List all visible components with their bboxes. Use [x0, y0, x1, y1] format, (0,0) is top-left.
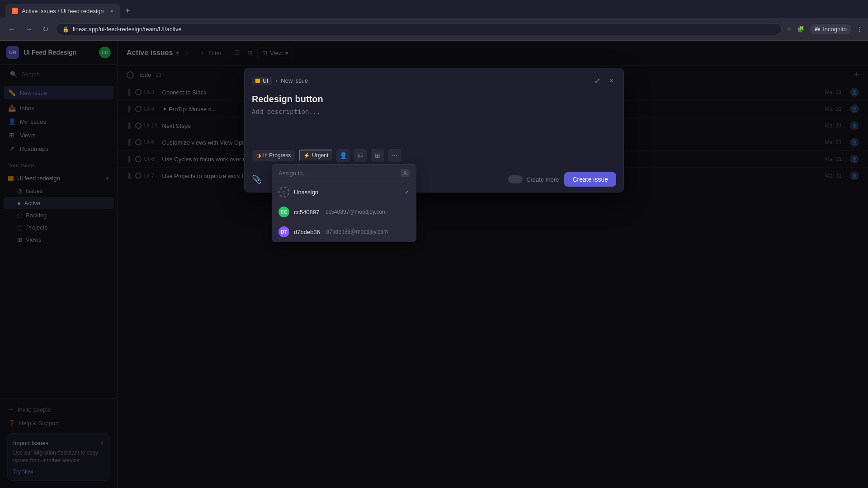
incognito-icon: 🕶 — [814, 26, 820, 33]
label-icon: 🏷 — [357, 152, 363, 159]
tab-close-btn[interactable]: × — [110, 8, 113, 14]
address-bar[interactable]: 🔒 linear.app/ui-feed-redesign/team/UI/ac… — [56, 23, 782, 35]
incognito-badge: 🕶 Incognito — [810, 24, 851, 34]
nav-bar: ← → ↻ 🔒 linear.app/ui-feed-redesign/team… — [0, 18, 868, 40]
create-issue-btn[interactable]: Create issue — [564, 172, 616, 187]
assign-option-cc540897[interactable]: CC cc540897 cc540897@moodjoy.com — [272, 202, 416, 222]
assign-shortcut-badge: A — [401, 169, 410, 177]
label-btn[interactable]: 🏷 — [354, 149, 367, 162]
browser-chrome: L Active issues / Ui feed redesign × + ←… — [0, 0, 868, 41]
modal-team-dot — [255, 79, 260, 83]
bookmark-icon[interactable]: ☆ — [786, 26, 792, 33]
modal-title-input[interactable] — [245, 90, 623, 106]
modal-new-issue-label: New issue — [281, 77, 308, 84]
priority-label: Urgent — [312, 152, 328, 159]
modal-desc-input[interactable] — [245, 106, 623, 142]
back-btn[interactable]: ← — [5, 23, 18, 35]
status-btn[interactable]: ◑ In Progress — [252, 150, 295, 161]
d7-name: d7bdeb36 — [294, 229, 320, 235]
cc-avatar: CC — [278, 206, 289, 217]
more-btn[interactable]: ··· — [388, 149, 401, 162]
assign-option-d7bdeb36[interactable]: D7 d7bdeb36 d7bdeb36@moodjoy.com — [272, 222, 416, 242]
d7-avatar: D7 — [278, 226, 289, 237]
status-icon: ◑ — [256, 152, 261, 159]
modal-toolbar: ◑ In Progress ⚡ Urgent 👤 🏷 ⊞ ··· A — [245, 144, 623, 167]
reload-btn[interactable]: ↻ — [40, 23, 51, 35]
create-more-toggle: Create more — [508, 175, 559, 183]
nav-actions: ☆ 🧩 🕶 Incognito ⋮ — [786, 24, 863, 34]
assign-dropdown: A ○ Unassign ✓ CC cc540897 cc540897@mood… — [272, 164, 416, 242]
unassign-label: Unassign — [294, 189, 318, 196]
modal-overlay: UI › New issue ⤢ × ◑ In Progress ⚡ Urgen… — [0, 41, 868, 488]
create-more-toggle-btn[interactable] — [508, 175, 523, 183]
new-tab-btn[interactable]: + — [122, 5, 134, 17]
modal-team-label: UI — [263, 78, 268, 84]
cc-email: cc540897@moodjoy.com — [326, 209, 387, 215]
priority-btn[interactable]: ⚡ Urgent — [299, 150, 333, 161]
assign-btn[interactable]: 👤 — [336, 149, 350, 162]
cycle-btn[interactable]: ⊞ — [371, 149, 384, 162]
forward-btn[interactable]: → — [23, 23, 35, 35]
cycle-icon: ⊞ — [375, 152, 380, 159]
assign-option-unassign[interactable]: ○ Unassign ✓ — [272, 182, 416, 202]
tab-bar: L Active issues / Ui feed redesign × + — [0, 0, 868, 18]
modal-header: UI › New issue ⤢ × — [245, 68, 623, 90]
active-tab[interactable]: L Active issues / Ui feed redesign × — [5, 4, 120, 18]
create-more-label: Create more — [526, 176, 559, 183]
new-issue-modal: UI › New issue ⤢ × ◑ In Progress ⚡ Urgen… — [244, 68, 624, 192]
modal-close-btn[interactable]: × — [607, 75, 616, 87]
unassign-check-icon: ✓ — [405, 189, 410, 196]
assign-search-input[interactable] — [278, 170, 397, 177]
assign-search-row: A — [272, 164, 416, 182]
unassign-icon: ○ — [278, 187, 289, 197]
modal-expand-btn[interactable]: ⤢ — [592, 75, 603, 87]
address-text: linear.app/ui-feed-redesign/team/UI/acti… — [73, 26, 182, 33]
attach-btn[interactable]: 📎 — [252, 174, 262, 184]
modal-breadcrumb-sep: › — [275, 77, 277, 84]
d7-email: d7bdeb36@moodjoy.com — [326, 229, 388, 235]
menu-icon[interactable]: ⋮ — [857, 26, 863, 33]
tab-favicon: L — [12, 8, 18, 14]
attach-icon: 📎 — [252, 175, 262, 184]
modal-team-badge: UI — [252, 77, 272, 85]
priority-icon: ⚡ — [303, 152, 310, 159]
status-label: In Progress — [263, 152, 291, 159]
modal-header-actions: ⤢ × — [592, 75, 616, 87]
tab-title: Active issues / Ui feed redesign — [22, 8, 104, 14]
cc-name: cc540897 — [294, 209, 319, 216]
incognito-label: Incognito — [823, 26, 847, 33]
extension-icon[interactable]: 🧩 — [797, 26, 804, 33]
assign-icon: 👤 — [340, 152, 347, 159]
